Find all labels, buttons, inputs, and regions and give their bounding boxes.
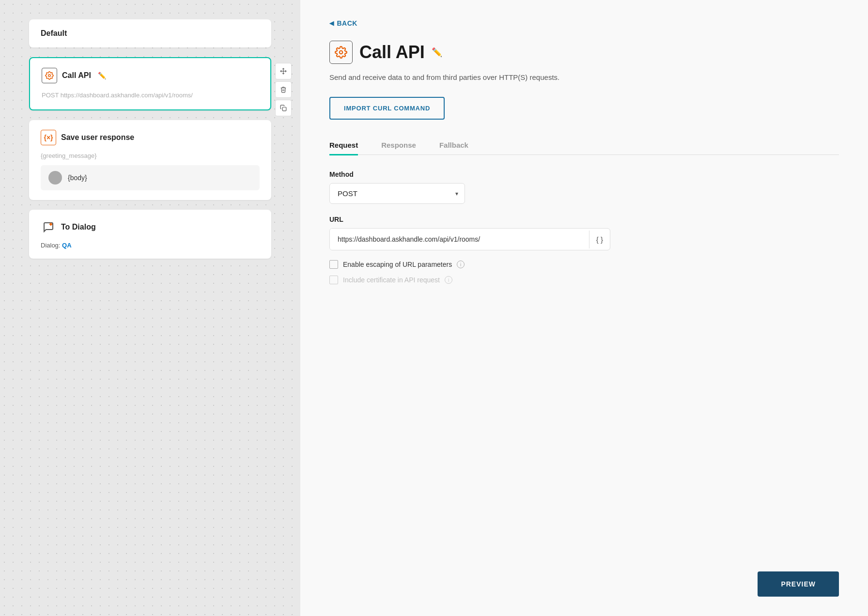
certificate-checkbox [329,276,338,284]
method-label: Method [329,170,839,178]
tab-fallback[interactable]: Fallback [439,136,468,155]
method-select[interactable]: POST GET PUT DELETE PATCH [329,183,465,204]
svg-rect-3 [282,107,286,111]
method-select-wrapper[interactable]: POST GET PUT DELETE PATCH ▾ [329,183,465,204]
preview-button[interactable]: PREVIEW [758,571,839,597]
certificate-info-icon: i [445,276,452,284]
escape-label: Enable escaping of URL parameters [343,261,452,268]
right-panel: ◀ BACK Call API ✏️ Send and receive data… [300,0,868,616]
svg-point-6 [340,51,343,54]
to-dialog-icon [41,219,56,235]
variable-icon: {×} [41,130,56,145]
card-actions [275,63,292,116]
url-input[interactable] [330,229,589,250]
url-field: URL { } [329,216,839,260]
back-label: BACK [337,19,357,27]
card-to-dialog: To Dialog Dialog: QA [29,210,271,259]
card-default: Default [29,19,271,47]
certificate-label: Include certificate in API request [343,276,440,284]
default-label: Default [41,29,67,37]
delete-button[interactable] [275,81,292,98]
tab-request[interactable]: Request [329,136,358,155]
url-braces-button[interactable]: { } [589,231,610,248]
body-label: {body} [68,174,87,182]
card-call-api[interactable]: Call API ✏️ POST https://dashboard.askha… [29,57,271,110]
call-api-title: Call API [62,71,91,80]
back-arrow-icon: ◀ [329,20,334,27]
url-label: URL [329,216,839,223]
move-button[interactable] [275,63,292,79]
import-curl-button[interactable]: IMPORT CURL COMMAND [329,97,445,120]
api-gear-icon [42,68,57,83]
page-description: Send and receive data to and from third … [329,72,601,83]
tabs-row: Request Response Fallback [329,135,839,155]
card-save-response: {×} Save user response {greeting_message… [29,120,271,200]
to-dialog-title: To Dialog [61,223,96,231]
method-field: Method POST GET PUT DELETE PATCH ▾ [329,170,839,216]
preview-btn-row: PREVIEW [329,552,839,597]
body-row: {body} [41,165,260,190]
certificate-checkbox-row: Include certificate in API request i [329,276,839,284]
save-response-header: {×} Save user response [41,130,260,145]
title-row: Call API ✏️ [329,41,839,64]
escape-info-icon[interactable]: i [457,261,465,268]
title-edit-icon[interactable]: ✏️ [432,47,442,58]
escape-checkbox[interactable] [329,260,338,269]
title-api-icon [329,41,353,64]
body-circle [48,171,62,185]
url-input-wrapper: { } [329,228,610,250]
to-dialog-header: To Dialog [41,219,260,235]
page-title: Call API [359,42,425,62]
tab-response[interactable]: Response [381,136,416,155]
call-api-edit-icon[interactable]: ✏️ [98,72,106,79]
back-button[interactable]: ◀ BACK [329,19,839,27]
dialog-text: Dialog: QA [41,242,260,249]
copy-button[interactable] [275,100,292,116]
svg-point-0 [48,75,51,77]
escape-checkbox-row: Enable escaping of URL parameters i [329,260,839,269]
left-panel: Default Call API ✏️ POST https://dashboa… [0,0,300,616]
call-api-header: Call API ✏️ [42,68,259,83]
call-api-url: POST https://dashboard.askhandle.com/api… [42,91,259,100]
variable-text: {greeting_message} [41,152,260,159]
save-response-title: Save user response [61,133,134,142]
dialog-link[interactable]: QA [62,242,72,249]
